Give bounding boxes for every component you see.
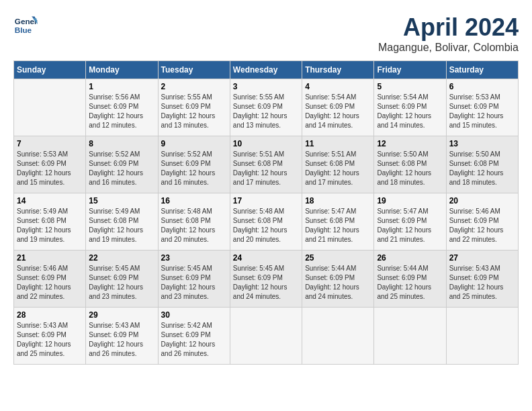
day-number: 18 <box>305 196 371 205</box>
day-number: 4 <box>305 82 371 91</box>
calendar-cell: 5Sunrise: 5:54 AM Sunset: 6:09 PM Daylig… <box>374 79 446 136</box>
calendar-cell: 7Sunrise: 5:53 AM Sunset: 6:09 PM Daylig… <box>14 136 86 193</box>
calendar-week-row: 21Sunrise: 5:46 AM Sunset: 6:09 PM Dayli… <box>14 250 519 308</box>
calendar-cell: 14Sunrise: 5:49 AM Sunset: 6:08 PM Dayli… <box>14 193 86 250</box>
calendar-cell: 23Sunrise: 5:45 AM Sunset: 6:09 PM Dayli… <box>158 250 230 308</box>
day-number: 14 <box>17 196 83 205</box>
day-info: Sunrise: 5:43 AM Sunset: 6:09 PM Dayligh… <box>89 321 154 359</box>
weekday-header-cell: Saturday <box>446 61 518 79</box>
day-number: 22 <box>89 253 154 263</box>
day-number: 26 <box>377 253 443 263</box>
title-area: April 2024 Magangue, Bolivar, Colombia <box>378 13 519 54</box>
calendar-cell: 2Sunrise: 5:55 AM Sunset: 6:09 PM Daylig… <box>158 79 230 136</box>
calendar-week-row: 1Sunrise: 5:56 AM Sunset: 6:09 PM Daylig… <box>14 79 519 136</box>
day-info: Sunrise: 5:48 AM Sunset: 6:08 PM Dayligh… <box>161 207 227 244</box>
calendar-cell: 22Sunrise: 5:45 AM Sunset: 6:09 PM Dayli… <box>86 250 158 308</box>
day-number: 30 <box>161 310 227 320</box>
logo: General Blue <box>13 13 40 38</box>
day-number: 1 <box>89 82 154 91</box>
day-number: 6 <box>449 82 515 91</box>
calendar-cell: 8Sunrise: 5:52 AM Sunset: 6:09 PM Daylig… <box>86 136 158 193</box>
day-number: 7 <box>17 139 83 148</box>
day-number: 9 <box>161 139 227 148</box>
page-header: General Blue April 2024 Magangue, Boliva… <box>13 13 519 54</box>
day-info: Sunrise: 5:42 AM Sunset: 6:09 PM Dayligh… <box>161 321 227 359</box>
day-info: Sunrise: 5:45 AM Sunset: 6:09 PM Dayligh… <box>89 264 154 302</box>
day-number: 23 <box>161 253 227 263</box>
day-number: 21 <box>17 253 83 263</box>
calendar-week-row: 28Sunrise: 5:43 AM Sunset: 6:09 PM Dayli… <box>14 308 519 365</box>
day-info: Sunrise: 5:54 AM Sunset: 6:09 PM Dayligh… <box>305 93 371 130</box>
calendar-cell: 4Sunrise: 5:54 AM Sunset: 6:09 PM Daylig… <box>302 79 374 136</box>
calendar-cell <box>14 79 86 136</box>
calendar-cell: 18Sunrise: 5:47 AM Sunset: 6:08 PM Dayli… <box>302 193 374 250</box>
day-info: Sunrise: 5:51 AM Sunset: 6:08 PM Dayligh… <box>305 150 371 187</box>
logo-icon: General Blue <box>13 13 38 38</box>
weekday-header-cell: Thursday <box>302 61 374 79</box>
calendar-cell: 16Sunrise: 5:48 AM Sunset: 6:08 PM Dayli… <box>158 193 230 250</box>
day-info: Sunrise: 5:43 AM Sunset: 6:09 PM Dayligh… <box>17 321 83 359</box>
day-info: Sunrise: 5:48 AM Sunset: 6:08 PM Dayligh… <box>233 207 299 244</box>
day-number: 12 <box>377 139 443 148</box>
day-info: Sunrise: 5:46 AM Sunset: 6:09 PM Dayligh… <box>449 207 515 244</box>
day-info: Sunrise: 5:43 AM Sunset: 6:09 PM Dayligh… <box>449 264 515 302</box>
calendar-cell: 15Sunrise: 5:49 AM Sunset: 6:08 PM Dayli… <box>86 193 158 250</box>
day-info: Sunrise: 5:50 AM Sunset: 6:08 PM Dayligh… <box>449 150 515 187</box>
calendar-cell <box>374 308 446 365</box>
calendar-cell: 24Sunrise: 5:45 AM Sunset: 6:09 PM Dayli… <box>230 250 302 308</box>
calendar-cell: 10Sunrise: 5:51 AM Sunset: 6:08 PM Dayli… <box>230 136 302 193</box>
calendar-cell: 25Sunrise: 5:44 AM Sunset: 6:09 PM Dayli… <box>302 250 374 308</box>
calendar-cell: 30Sunrise: 5:42 AM Sunset: 6:09 PM Dayli… <box>158 308 230 365</box>
day-info: Sunrise: 5:45 AM Sunset: 6:09 PM Dayligh… <box>161 264 227 302</box>
calendar-table: SundayMondayTuesdayWednesdayThursdayFrid… <box>13 60 519 365</box>
day-number: 10 <box>233 139 299 148</box>
day-info: Sunrise: 5:56 AM Sunset: 6:09 PM Dayligh… <box>89 93 154 130</box>
day-number: 8 <box>89 139 154 148</box>
day-number: 29 <box>89 310 154 320</box>
calendar-cell: 27Sunrise: 5:43 AM Sunset: 6:09 PM Dayli… <box>446 250 518 308</box>
day-info: Sunrise: 5:44 AM Sunset: 6:09 PM Dayligh… <box>305 264 371 302</box>
weekday-header-cell: Monday <box>86 61 158 79</box>
weekday-header-cell: Friday <box>374 61 446 79</box>
day-info: Sunrise: 5:52 AM Sunset: 6:09 PM Dayligh… <box>89 150 154 187</box>
day-number: 11 <box>305 139 371 148</box>
day-number: 16 <box>161 196 227 205</box>
day-info: Sunrise: 5:53 AM Sunset: 6:09 PM Dayligh… <box>449 93 515 130</box>
day-info: Sunrise: 5:55 AM Sunset: 6:09 PM Dayligh… <box>233 93 299 130</box>
day-number: 19 <box>377 196 443 205</box>
calendar-cell: 21Sunrise: 5:46 AM Sunset: 6:09 PM Dayli… <box>14 250 86 308</box>
calendar-week-row: 14Sunrise: 5:49 AM Sunset: 6:08 PM Dayli… <box>14 193 519 250</box>
calendar-cell: 3Sunrise: 5:55 AM Sunset: 6:09 PM Daylig… <box>230 79 302 136</box>
weekday-header-cell: Tuesday <box>158 61 230 79</box>
day-number: 24 <box>233 253 299 263</box>
calendar-cell: 9Sunrise: 5:52 AM Sunset: 6:09 PM Daylig… <box>158 136 230 193</box>
calendar-cell: 6Sunrise: 5:53 AM Sunset: 6:09 PM Daylig… <box>446 79 518 136</box>
calendar-cell: 1Sunrise: 5:56 AM Sunset: 6:09 PM Daylig… <box>86 79 158 136</box>
calendar-cell: 26Sunrise: 5:44 AM Sunset: 6:09 PM Dayli… <box>374 250 446 308</box>
svg-text:Blue: Blue <box>15 26 32 34</box>
day-number: 15 <box>89 196 154 205</box>
calendar-cell: 29Sunrise: 5:43 AM Sunset: 6:09 PM Dayli… <box>86 308 158 365</box>
day-number: 13 <box>449 139 515 148</box>
weekday-header-row: SundayMondayTuesdayWednesdayThursdayFrid… <box>14 61 519 79</box>
day-info: Sunrise: 5:45 AM Sunset: 6:09 PM Dayligh… <box>233 264 299 302</box>
day-number: 28 <box>17 310 83 320</box>
day-number: 2 <box>161 82 227 91</box>
month-year-title: April 2024 <box>378 13 519 42</box>
day-info: Sunrise: 5:54 AM Sunset: 6:09 PM Dayligh… <box>377 93 443 130</box>
weekday-header-cell: Wednesday <box>230 61 302 79</box>
calendar-cell <box>446 308 518 365</box>
weekday-header-cell: Sunday <box>14 61 86 79</box>
day-info: Sunrise: 5:49 AM Sunset: 6:08 PM Dayligh… <box>89 207 154 244</box>
day-info: Sunrise: 5:47 AM Sunset: 6:08 PM Dayligh… <box>305 207 371 244</box>
calendar-cell: 11Sunrise: 5:51 AM Sunset: 6:08 PM Dayli… <box>302 136 374 193</box>
location-subtitle: Magangue, Bolivar, Colombia <box>378 42 519 54</box>
day-info: Sunrise: 5:51 AM Sunset: 6:08 PM Dayligh… <box>233 150 299 187</box>
calendar-cell: 13Sunrise: 5:50 AM Sunset: 6:08 PM Dayli… <box>446 136 518 193</box>
day-info: Sunrise: 5:52 AM Sunset: 6:09 PM Dayligh… <box>161 150 227 187</box>
day-info: Sunrise: 5:49 AM Sunset: 6:08 PM Dayligh… <box>17 207 83 244</box>
day-info: Sunrise: 5:55 AM Sunset: 6:09 PM Dayligh… <box>161 93 227 130</box>
calendar-cell: 12Sunrise: 5:50 AM Sunset: 6:08 PM Dayli… <box>374 136 446 193</box>
day-number: 17 <box>233 196 299 205</box>
day-number: 20 <box>449 196 515 205</box>
